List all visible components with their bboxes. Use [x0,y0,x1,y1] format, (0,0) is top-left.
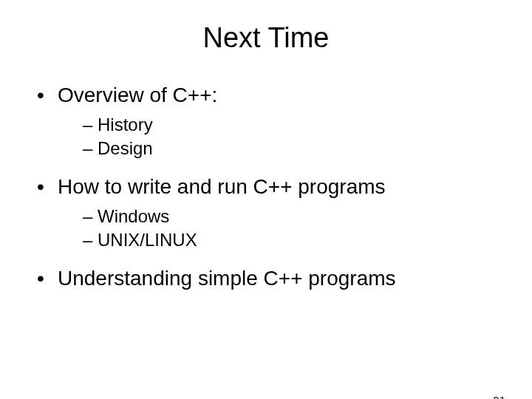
slide-title: Next Time [0,22,532,54]
list-item: Understanding simple C++ programs [37,267,532,290]
sub-list-item: History [83,115,532,135]
list-item: How to write and run C++ programs Window… [37,175,532,250]
sub-list-item: Windows [83,206,532,227]
sub-list: Windows UNIX/LINUX [58,206,532,250]
list-item-text: Understanding simple C++ programs [58,267,396,290]
sub-list-item: UNIX/LINUX [83,230,532,250]
sub-list-item: Design [83,138,532,159]
list-item: Overview of C++: History Design [37,83,532,159]
bullet-list: Overview of C++: History Design How to w… [0,83,532,290]
slide: Next Time Overview of C++: History Desig… [0,22,532,399]
sub-list: History Design [58,115,532,159]
list-item-text: Overview of C++: [58,83,217,106]
list-item-text: How to write and run C++ programs [58,175,386,198]
page-number: 21 [493,394,505,399]
